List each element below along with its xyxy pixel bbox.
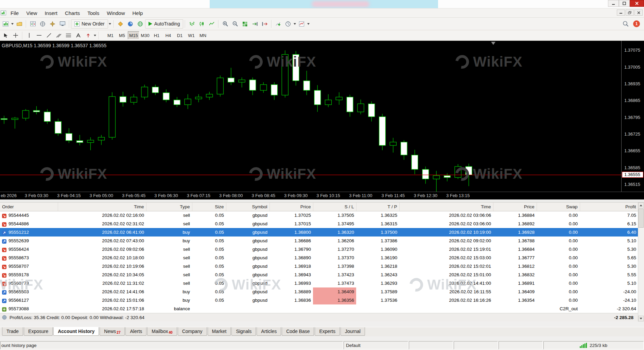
tab-exposure[interactable]: Exposure <box>24 327 53 336</box>
tab-mailbox[interactable]: Mailbox40 <box>147 327 177 336</box>
menu-help[interactable]: Help <box>129 8 147 17</box>
table-row[interactable]: 955607732026.02.02 11:31:02sell0.05gbpus… <box>0 279 638 287</box>
auto-scroll-button[interactable] <box>250 19 260 29</box>
column-header-profit[interactable]: Profit <box>580 203 638 211</box>
chart-shift-button[interactable] <box>260 19 269 29</box>
tab-company[interactable]: Company <box>178 327 207 336</box>
menu-charts[interactable]: Charts <box>61 8 84 17</box>
periods-button[interactable] <box>283 19 293 29</box>
column-header-t-p[interactable]: T / P <box>356 203 399 211</box>
status-profile[interactable]: Default <box>344 341 408 349</box>
timeframe-mn-button[interactable]: MN <box>197 31 209 39</box>
timeframe-m15-button[interactable]: M15 <box>128 31 139 39</box>
column-header-price[interactable]: Price <box>493 203 537 211</box>
scroll-down-button[interactable] <box>638 316 644 321</box>
table-row[interactable]: 955586732026.02.02 10:18:00sell0.05gbpus… <box>0 253 638 262</box>
tab-articles[interactable]: Articles <box>257 327 281 336</box>
tab-signals[interactable]: Signals <box>231 327 256 336</box>
column-header-price[interactable]: Price <box>269 203 313 211</box>
table-row[interactable]: 955591782026.02.02 10:34:05sell0.05gbpus… <box>0 270 638 279</box>
menu-file[interactable]: File <box>7 8 22 17</box>
timeframe-h4-button[interactable]: H4 <box>162 31 174 39</box>
column-header-order[interactable]: Order <box>0 203 58 211</box>
tab-trade[interactable]: Trade <box>2 327 23 336</box>
zoom-out-button[interactable] <box>230 19 240 29</box>
table-row[interactable]: 955730882026.02.02 17:57:18balanceC2R_ou… <box>0 304 638 313</box>
indicators-button[interactable] <box>273 19 283 29</box>
timeframe-d1-button[interactable]: D1 <box>174 31 186 39</box>
bar-chart-button[interactable] <box>187 19 197 29</box>
chart-plot[interactable]: GBPUSD,M15 1.36599 1.36599 1.36537 1.365… <box>0 41 644 192</box>
menu-view[interactable]: View <box>22 8 41 17</box>
tab-code-base[interactable]: Code Base <box>282 327 314 336</box>
column-header-s-l[interactable]: S / L <box>313 203 356 211</box>
search-icon[interactable] <box>621 19 630 29</box>
tab-experts[interactable]: Experts <box>315 327 340 336</box>
equidistant-channel-button[interactable] <box>54 31 64 40</box>
chart-close-button[interactable] <box>634 10 643 16</box>
new-chart-button[interactable] <box>1 19 11 29</box>
tile-windows-button[interactable] <box>240 19 250 29</box>
time-axis[interactable]: eb 20263 Feb 03:303 Feb 04:153 Feb 05:00… <box>0 192 644 199</box>
table-row[interactable]: 955564242026.02.02 09:02:06sell0.05gbpus… <box>0 245 638 253</box>
scrollbar-thumb[interactable] <box>638 209 644 228</box>
community-button[interactable] <box>135 19 145 29</box>
window-close-button[interactable] <box>630 0 644 7</box>
menu-tools[interactable]: Tools <box>84 8 103 17</box>
menu-insert[interactable]: Insert <box>41 8 61 17</box>
price-axis[interactable]: 1.36555 1.370751.370051.369351.368651.36… <box>621 41 644 192</box>
notification-badge[interactable]: 1 <box>633 20 640 27</box>
terminal-button[interactable] <box>57 19 67 29</box>
tab-news[interactable]: News27 <box>100 327 125 336</box>
table-row[interactable]: 955526392026.02.02 07:43:00buy0.05gbpusd… <box>0 237 638 245</box>
new-order-button[interactable]: New Order <box>71 19 108 29</box>
table-row[interactable]: 955512122026.02.02 06:41:00buy0.05gbpusd… <box>0 228 638 237</box>
table-row[interactable]: 955444452026.02.02 02:16:00sell0.05gbpus… <box>0 211 638 220</box>
trendline-button[interactable] <box>44 31 54 40</box>
profiles-button[interactable] <box>14 19 24 29</box>
timeframe-m30-button[interactable]: M30 <box>139 31 151 39</box>
table-row[interactable]: 955655032026.02.02 14:41:06buy0.05gbpusd… <box>0 287 638 296</box>
horizontal-line-button[interactable] <box>34 31 44 40</box>
column-header-size[interactable]: Size <box>192 203 226 211</box>
scroll-up-button[interactable] <box>638 203 644 208</box>
tab-journal[interactable]: Journal <box>341 327 365 336</box>
window-minimize-button[interactable] <box>608 0 619 7</box>
arrows-dropdown[interactable] <box>93 31 97 40</box>
line-chart-button[interactable] <box>207 19 216 29</box>
column-header-time[interactable]: Time <box>58 203 146 211</box>
crosshair-button[interactable] <box>11 31 20 40</box>
table-row[interactable]: 955661272026.02.02 15:01:06buy0.05gbpusd… <box>0 296 638 304</box>
vertical-line-button[interactable] <box>24 31 34 40</box>
window-splitter[interactable] <box>0 199 644 203</box>
history-table-header[interactable]: OrderTimeTypeSizeSymbolPriceS / LT / PTi… <box>0 203 638 211</box>
autotrading-button[interactable]: AutoTrading <box>145 19 184 29</box>
table-row[interactable]: 955587072026.02.02 10:19:06sell0.05gbpus… <box>0 262 638 270</box>
timeframe-w1-button[interactable]: W1 <box>186 31 197 39</box>
market-watch-button[interactable] <box>28 19 38 29</box>
cursor-button[interactable] <box>1 31 11 40</box>
timeframe-m5-button[interactable]: M5 <box>116 31 128 39</box>
new-order-dropdown[interactable] <box>108 20 112 28</box>
timeframe-m1-button[interactable]: M1 <box>105 31 116 39</box>
arrows-button[interactable] <box>83 31 93 40</box>
strategy-tester-button[interactable] <box>125 19 135 29</box>
data-window-button[interactable] <box>38 19 48 29</box>
history-scrollbar[interactable] <box>638 203 644 321</box>
column-header-symbol[interactable]: Symbol <box>226 203 269 211</box>
fibonacci-button[interactable] <box>64 31 73 40</box>
tab-market[interactable]: Market <box>208 327 231 336</box>
column-header-time[interactable]: Time <box>399 203 493 211</box>
table-row[interactable]: 955448862026.02.02 02:31:02sell0.05gbpus… <box>0 220 638 228</box>
tab-alerts[interactable]: Alerts <box>125 327 146 336</box>
text-label-button[interactable] <box>73 31 83 40</box>
chart-minimize-button[interactable] <box>617 10 625 16</box>
column-header-type[interactable]: Type <box>146 203 192 211</box>
templates-button[interactable] <box>297 19 307 29</box>
window-maximize-button[interactable] <box>619 0 630 7</box>
periods-dropdown[interactable] <box>293 20 297 28</box>
zoom-in-button[interactable] <box>220 19 230 29</box>
timeframe-h1-button[interactable]: H1 <box>151 31 162 39</box>
candlestick-chart-button[interactable] <box>197 19 207 29</box>
navigator-button[interactable] <box>48 19 57 29</box>
